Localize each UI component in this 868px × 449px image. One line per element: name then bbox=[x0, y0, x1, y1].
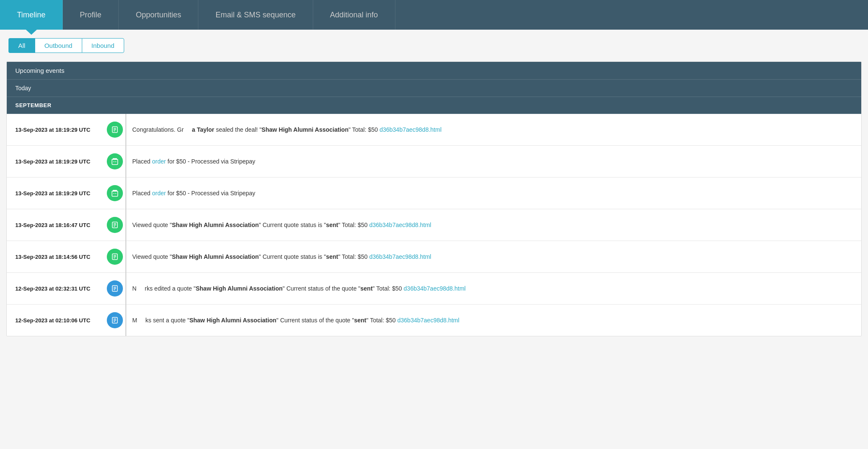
event-icon-3 bbox=[107, 185, 123, 201]
today-header: Today bbox=[7, 80, 861, 97]
icon-col-5 bbox=[104, 249, 125, 265]
svg-point-4 bbox=[114, 161, 114, 162]
order-link-2[interactable]: order bbox=[152, 158, 166, 165]
filter-inbound-button[interactable]: Inbound bbox=[82, 38, 124, 53]
event-link-5[interactable]: d36b34b7aec98d8.html bbox=[369, 253, 431, 260]
tab-profile[interactable]: Profile bbox=[63, 0, 119, 30]
timeline-event-6: 12-Sep-2023 at 02:32:31 UTC N rks edited… bbox=[7, 273, 861, 305]
event-content-4: Viewed quote "Shaw High Alumni Associati… bbox=[125, 221, 861, 230]
timestamp-3: 13-Sep-2023 at 18:19:29 UTC bbox=[7, 190, 104, 197]
event-link-7[interactable]: d36b34b7aec98d8.html bbox=[398, 317, 459, 324]
tab-opportunities[interactable]: Opportunities bbox=[119, 0, 198, 30]
event-content-7: M ks sent a quote "Shaw High Alumni Asso… bbox=[125, 316, 861, 325]
svg-point-7 bbox=[115, 193, 116, 194]
event-icon-4 bbox=[107, 217, 123, 233]
event-icon-5 bbox=[107, 249, 123, 265]
timestamp-5: 13-Sep-2023 at 18:14:56 UTC bbox=[7, 254, 104, 260]
event-icon-2 bbox=[107, 153, 123, 169]
filter-all-button[interactable]: All bbox=[8, 38, 35, 53]
icon-col-7 bbox=[104, 312, 125, 328]
svg-point-5 bbox=[115, 161, 116, 162]
order-link-3[interactable]: order bbox=[152, 190, 166, 197]
timestamp-2: 13-Sep-2023 at 18:19:29 UTC bbox=[7, 158, 104, 165]
timeline-event-7: 12-Sep-2023 at 02:10:06 UTC M ks sent a … bbox=[7, 305, 861, 336]
tab-timeline[interactable]: Timeline bbox=[0, 0, 63, 30]
icon-col-1 bbox=[104, 122, 125, 138]
event-content-1: Congratulations. Gr a Taylor sealed the … bbox=[125, 125, 861, 134]
icon-col-6 bbox=[104, 280, 125, 297]
timeline-event-3: 13-Sep-2023 at 18:19:29 UTC Placed order… bbox=[7, 177, 861, 209]
icon-col-2 bbox=[104, 153, 125, 169]
event-content-6: N rks edited a quote "Shaw High Alumni A… bbox=[125, 284, 861, 293]
event-icon-1 bbox=[107, 122, 123, 138]
timeline-container: Upcoming events Today SEPTEMBER 13-Sep-2… bbox=[6, 61, 862, 336]
timeline-event-2: 13-Sep-2023 at 18:19:29 UTC Placed order… bbox=[7, 146, 861, 177]
timeline-event-5: 13-Sep-2023 at 18:14:56 UTC Viewed quote… bbox=[7, 241, 861, 273]
tab-additional-info[interactable]: Additional info bbox=[313, 0, 395, 30]
event-content-3: Placed order for $50 - Processed via Str… bbox=[125, 189, 861, 198]
icon-col-3 bbox=[104, 185, 125, 201]
event-link-1[interactable]: d36b34b7aec98d8.html bbox=[379, 126, 441, 133]
top-navigation: Timeline Profile Opportunities Email & S… bbox=[0, 0, 868, 30]
icon-col-4 bbox=[104, 217, 125, 233]
timestamp-6: 12-Sep-2023 at 02:32:31 UTC bbox=[7, 285, 104, 292]
timestamp-7: 12-Sep-2023 at 02:10:06 UTC bbox=[7, 317, 104, 324]
tab-email-sms[interactable]: Email & SMS sequence bbox=[198, 0, 313, 30]
event-content-2: Placed order for $50 - Processed via Str… bbox=[125, 157, 861, 166]
event-link-6[interactable]: d36b34b7aec98d8.html bbox=[403, 285, 465, 292]
event-icon-7 bbox=[107, 312, 123, 328]
event-link-4[interactable]: d36b34b7aec98d8.html bbox=[369, 222, 431, 228]
upcoming-events-header: Upcoming events bbox=[7, 62, 861, 80]
timestamp-1: 13-Sep-2023 at 18:19:29 UTC bbox=[7, 127, 104, 133]
month-header: SEPTEMBER bbox=[7, 97, 861, 114]
timeline-event-4: 13-Sep-2023 at 18:16:47 UTC Viewed quote… bbox=[7, 209, 861, 241]
filter-outbound-button[interactable]: Outbound bbox=[35, 38, 82, 53]
filter-bar: All Outbound Inbound bbox=[0, 30, 868, 57]
timeline-event-1: 13-Sep-2023 at 18:19:29 UTC Congratulati… bbox=[7, 114, 861, 146]
event-content-5: Viewed quote "Shaw High Alumni Associati… bbox=[125, 252, 861, 261]
event-icon-6 bbox=[107, 280, 123, 297]
timestamp-4: 13-Sep-2023 at 18:16:47 UTC bbox=[7, 222, 104, 228]
svg-point-6 bbox=[114, 193, 114, 194]
timeline-rows: 13-Sep-2023 at 18:19:29 UTC Congratulati… bbox=[7, 114, 861, 336]
